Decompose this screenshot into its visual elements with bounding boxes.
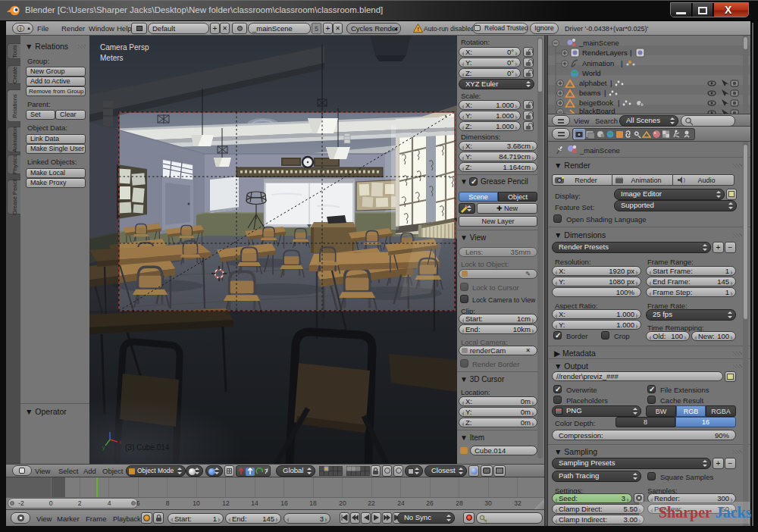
svg-text:_mainScene: _mainScene <box>578 39 619 47</box>
svg-text:30: 30 <box>484 499 492 507</box>
svg-text:6: 6 <box>136 499 140 507</box>
svg-text:26: 26 <box>426 499 434 507</box>
svg-text:4: 4 <box>108 499 111 507</box>
svg-text:2: 2 <box>78 499 82 507</box>
svg-text:RenderLayers: RenderLayers <box>582 49 628 57</box>
svg-text:16: 16 <box>280 499 288 507</box>
svg-text:alphabet: alphabet <box>579 79 607 87</box>
svg-text:8: 8 <box>166 499 170 507</box>
svg-text:|: | <box>621 59 622 67</box>
svg-text:Animation: Animation <box>582 59 614 67</box>
svg-text:World: World <box>582 69 601 77</box>
svg-text:24: 24 <box>397 499 405 507</box>
svg-text:blackBoard: blackBoard <box>579 107 615 114</box>
svg-text:14: 14 <box>251 499 258 507</box>
svg-text:|: | <box>604 89 606 97</box>
svg-text:0: 0 <box>49 499 53 507</box>
svg-text:|: | <box>618 99 619 107</box>
svg-text:28: 28 <box>456 499 463 507</box>
svg-text:!: ! <box>417 26 419 33</box>
svg-text:12: 12 <box>222 499 230 507</box>
svg-text:18: 18 <box>309 499 317 507</box>
svg-text:-2: -2 <box>18 499 24 507</box>
svg-text:10: 10 <box>193 499 200 507</box>
svg-text:20: 20 <box>339 499 346 507</box>
svg-text:beigeBook: beigeBook <box>579 99 613 107</box>
svg-text:|: | <box>630 49 631 57</box>
svg-text:|: | <box>610 79 612 87</box>
svg-text:beams: beams <box>579 89 601 97</box>
svg-text:22: 22 <box>368 499 375 507</box>
svg-text:32: 32 <box>514 499 522 507</box>
